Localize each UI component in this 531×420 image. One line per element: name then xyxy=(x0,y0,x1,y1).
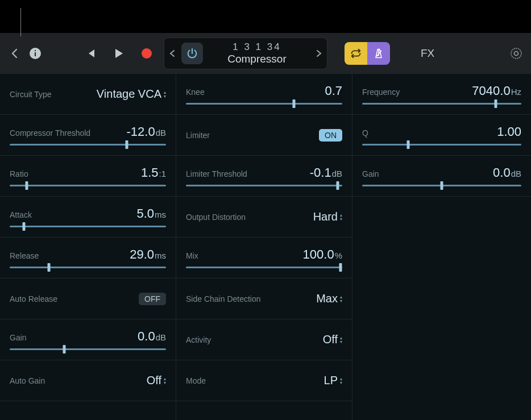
output-distortion-row[interactable]: Output Distortion Hard▴▾ xyxy=(176,197,352,238)
preset-power-button[interactable] xyxy=(181,43,203,64)
gain1-slider[interactable] xyxy=(10,348,166,350)
limiter-threshold-value: -0.1dB xyxy=(310,165,342,180)
metronome-icon xyxy=(373,48,384,59)
limiter-threshold-slider[interactable] xyxy=(186,185,342,186)
metronome-toggle[interactable] xyxy=(367,42,390,65)
gain1-label: Gain xyxy=(10,333,27,342)
auto-release-row[interactable]: Auto Release OFF xyxy=(0,278,176,319)
gain1-row[interactable]: Gain 0.0dB xyxy=(0,319,176,360)
ratio-slider[interactable] xyxy=(10,185,166,186)
frequency-label: Frequency xyxy=(362,88,400,97)
circuit-type-value: Vintage VCA ▴▾ xyxy=(97,88,166,101)
limiter-threshold-label: Limiter Threshold xyxy=(186,169,247,178)
knee-value: 0.7 xyxy=(325,84,342,98)
updown-icon: ▴▾ xyxy=(340,336,342,344)
loop-toggle[interactable] xyxy=(345,42,367,65)
release-slider[interactable] xyxy=(10,267,166,268)
auto-gain-row[interactable]: Auto Gain Off▴▾ xyxy=(0,360,176,401)
chevron-left-icon xyxy=(169,49,176,57)
knee-row[interactable]: Knee 0.7 xyxy=(176,74,352,115)
updown-icon: ▴▾ xyxy=(340,377,342,385)
mode-row[interactable]: Mode LP▴▾ xyxy=(176,360,352,401)
attack-row[interactable]: Attack 5.0ms xyxy=(0,197,176,238)
q-label: Q xyxy=(362,128,368,138)
rewind-button[interactable] xyxy=(83,47,97,60)
gear-icon xyxy=(509,47,523,60)
knee-slider[interactable] xyxy=(186,103,342,105)
preset-prev[interactable] xyxy=(164,49,180,57)
gain3-slider[interactable] xyxy=(362,185,521,186)
updown-icon: ▴▾ xyxy=(164,90,166,98)
attack-value: 5.0ms xyxy=(136,206,166,221)
mix-value: 100.0% xyxy=(303,247,342,262)
limiter-threshold-row[interactable]: Limiter Threshold -0.1dB xyxy=(176,156,352,197)
play-button[interactable] xyxy=(111,47,125,60)
info-icon xyxy=(28,47,42,60)
power-icon xyxy=(186,47,198,60)
output-distortion-label: Output Distortion xyxy=(186,213,246,222)
mode-label: Mode xyxy=(186,376,206,385)
compressor-threshold-value: -12.0dB xyxy=(126,124,166,139)
settings-button[interactable] xyxy=(509,47,523,60)
output-distortion-value: Hard▴▾ xyxy=(313,210,342,223)
auto-gain-label: Auto Gain xyxy=(10,376,45,385)
preset-next[interactable] xyxy=(311,49,327,57)
attack-label: Attack xyxy=(10,210,32,219)
ratio-value: 1.5:1 xyxy=(141,165,166,180)
toolbar: 1 3 1 34 Compressor FX xyxy=(0,33,531,74)
mode-value: LP▴▾ xyxy=(324,374,342,387)
compressor-threshold-slider[interactable] xyxy=(10,144,166,145)
limiter-toggle[interactable]: ON xyxy=(319,129,342,142)
preset-numbers: 1 3 1 34 xyxy=(233,41,281,53)
release-row[interactable]: Release 29.0ms xyxy=(0,238,176,278)
fx-label[interactable]: FX xyxy=(421,47,434,60)
ratio-label: Ratio xyxy=(10,169,28,178)
q-slider[interactable] xyxy=(362,144,521,145)
mix-slider[interactable] xyxy=(186,267,342,268)
attack-slider[interactable] xyxy=(10,226,166,227)
side-chain-label: Side Chain Detection xyxy=(186,294,261,303)
parameter-panel: Circuit Type Vintage VCA ▴▾ Compressor T… xyxy=(0,74,531,420)
activity-row[interactable]: Activity Off▴▾ xyxy=(176,319,352,360)
compressor-threshold-label: Compressor Threshold xyxy=(10,128,90,138)
preset-display: 1 3 1 34 Compressor xyxy=(203,41,311,65)
limiter-row[interactable]: Limiter ON xyxy=(176,115,352,156)
skip-back-icon xyxy=(83,47,97,60)
svg-rect-1 xyxy=(35,52,36,56)
svg-point-3 xyxy=(142,48,152,59)
updown-icon: ▴▾ xyxy=(340,295,342,303)
svg-point-4 xyxy=(511,48,521,59)
auto-release-label: Auto Release xyxy=(10,294,57,303)
side-chain-row[interactable]: Side Chain Detection Max▴▾ xyxy=(176,278,352,319)
gain1-value: 0.0dB xyxy=(138,329,166,344)
gain3-row[interactable]: Gain 0.0dB xyxy=(352,156,531,197)
frequency-slider[interactable] xyxy=(362,103,521,105)
auto-gain-value: Off▴▾ xyxy=(147,374,166,387)
svg-rect-2 xyxy=(35,50,36,51)
info-button[interactable] xyxy=(28,47,42,60)
release-label: Release xyxy=(10,251,39,260)
preset-name: Compressor xyxy=(227,53,286,65)
back-button[interactable] xyxy=(8,47,22,60)
gain3-label: Gain xyxy=(362,169,379,178)
record-button[interactable] xyxy=(140,47,154,60)
frequency-row[interactable]: Frequency 7040.0Hz xyxy=(352,74,531,115)
mode-toggle-group xyxy=(345,42,390,65)
side-chain-value: Max▴▾ xyxy=(316,292,342,305)
gain3-value: 0.0dB xyxy=(493,165,521,180)
compressor-threshold-row[interactable]: Compressor Threshold -12.0dB xyxy=(0,115,176,156)
chevron-left-icon xyxy=(8,47,22,60)
auto-release-toggle[interactable]: OFF xyxy=(139,293,166,305)
knee-label: Knee xyxy=(186,88,205,97)
updown-icon: ▴▾ xyxy=(340,213,342,221)
mix-row[interactable]: Mix 100.0% xyxy=(176,238,352,278)
ratio-row[interactable]: Ratio 1.5:1 xyxy=(0,156,176,197)
loop-icon xyxy=(350,47,362,60)
frequency-value: 7040.0Hz xyxy=(472,84,521,98)
q-row[interactable]: Q 1.00 xyxy=(352,115,531,156)
mix-label: Mix xyxy=(186,251,198,260)
circuit-type-row[interactable]: Circuit Type Vintage VCA ▴▾ xyxy=(0,74,176,115)
limiter-label: Limiter xyxy=(186,131,210,140)
record-icon xyxy=(140,47,154,60)
preset-selector[interactable]: 1 3 1 34 Compressor xyxy=(164,38,327,69)
